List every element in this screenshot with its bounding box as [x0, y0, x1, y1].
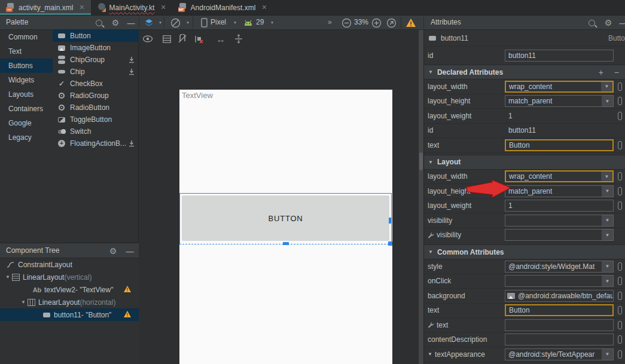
resource-picker-icon[interactable] [618, 172, 622, 181]
tree-node-linearlayout-vertical[interactable]: ▼ LinearLayout(vertical) [0, 271, 139, 283]
palette-item-imagebutton[interactable]: ImageButton [53, 42, 139, 54]
palette-item-chip[interactable]: Chip [53, 66, 139, 78]
tab-activity-main-xml[interactable]: <> activity_main.xml ✕ [0, 0, 91, 15]
attributes-gear-icon[interactable]: ⚙ [603, 17, 614, 28]
autoconnect-off-magnet-icon[interactable] [176, 33, 188, 45]
palette-minimize-icon[interactable]: — [126, 17, 136, 28]
palette-item-radiobutton[interactable]: RadioButton [53, 102, 139, 114]
tree-node-linearlayout-horizontal[interactable]: ▼ LinearLayout(horizontal) [0, 296, 139, 308]
toolbar-overflow-chevrons[interactable]: » [328, 18, 332, 26]
tree-node-textview2[interactable]: Ab textView2- "TextView" [0, 283, 139, 296]
palette-category-common[interactable]: Common [0, 30, 53, 44]
api-level-selector[interactable]: 29 [256, 18, 264, 26]
palette-item-chipgroup[interactable]: ChipGroup [53, 54, 139, 66]
palette-category-containers[interactable]: Containers [0, 102, 53, 116]
view-options-eye-icon[interactable] [142, 33, 154, 45]
warnings-icon[interactable] [406, 17, 416, 28]
palette-category-text[interactable]: Text [0, 44, 53, 59]
resource-picker-icon[interactable] [618, 187, 622, 195]
section-layout[interactable]: ▼ Layout [424, 155, 625, 170]
resource-picker-icon[interactable] [618, 262, 622, 271]
resize-handle-bottom[interactable] [283, 242, 289, 245]
zoom-to-fit-icon[interactable] [386, 17, 397, 28]
palette-category-buttons[interactable]: Buttons [0, 59, 53, 73]
id-input[interactable]: button11 [505, 50, 614, 62]
section-declared-attributes[interactable]: ▼ Declared Attributes + − [424, 65, 625, 79]
expander-icon[interactable]: ▼ [20, 299, 26, 305]
remove-attribute-icon[interactable]: − [614, 68, 619, 77]
visibility-combo[interactable]: ▼ [505, 215, 614, 227]
layout-width-combo[interactable]: wrap_content▼ [505, 170, 614, 182]
palette-category-google[interactable]: Google [0, 116, 53, 130]
chevron-down-icon[interactable]: ▼ [602, 261, 613, 272]
id-value[interactable]: button11 [505, 126, 614, 134]
background-input[interactable]: @android:drawable/btn_defau [505, 290, 614, 302]
device-selector[interactable]: Pixel [211, 18, 226, 26]
chevron-down-icon[interactable]: ▼ [602, 96, 613, 106]
expander-icon[interactable]: ▼ [428, 351, 432, 357]
layout-height-combo[interactable]: match_parent▼ [505, 185, 614, 197]
tab-androidmanifest-xml[interactable]: MF AndroidManifest.xml ✕ [172, 0, 273, 15]
close-tab-icon[interactable]: ✕ [261, 4, 267, 11]
canvas-textview[interactable]: TextView [182, 91, 213, 100]
pack-expand-icon[interactable] [233, 33, 245, 45]
layout-height-combo[interactable]: match_parent▼ [505, 95, 614, 107]
resize-handle-corner[interactable] [388, 241, 392, 246]
canvas-button[interactable]: BUTTON [182, 195, 389, 241]
style-combo[interactable]: @android:style/Widget.Mat▼ [505, 261, 614, 273]
show-constraints-icon[interactable] [161, 33, 173, 45]
layout-weight-input[interactable]: 1 [505, 200, 614, 212]
palette-item-radiogroup[interactable]: RadioGroup [53, 90, 139, 102]
textappearance-combo[interactable]: @android:style/TextAppear▼ [505, 348, 614, 360]
component-tree-minimize-icon[interactable]: — [124, 246, 135, 256]
expander-icon[interactable]: ▼ [5, 274, 11, 280]
palette-item-checkbox[interactable]: ✓ CheckBox [53, 78, 139, 90]
onclick-combo[interactable]: ▼ [505, 275, 614, 287]
download-icon[interactable] [128, 56, 135, 65]
add-attribute-icon[interactable]: + [599, 68, 603, 77]
scrollbar-thumb[interactable] [419, 152, 423, 170]
resource-picker-icon[interactable] [618, 201, 622, 210]
tab-mainactivity-kt[interactable]: MainActivity.kt ✕ [91, 0, 172, 15]
resource-picker-icon[interactable] [618, 112, 622, 120]
palette-item-button[interactable]: Button [53, 30, 139, 42]
resource-picker-icon[interactable] [618, 97, 622, 105]
text-input[interactable]: Button [505, 139, 614, 151]
device-canvas[interactable]: TextView BUTTON [179, 90, 392, 364]
download-icon[interactable] [128, 68, 135, 77]
palette-category-widgets[interactable]: Widgets [0, 73, 53, 87]
chevron-down-icon[interactable]: ▼ [602, 186, 613, 197]
download-icon[interactable] [128, 140, 135, 149]
tools-text-input[interactable] [505, 319, 614, 331]
resize-handle-right[interactable] [389, 218, 392, 224]
palette-item-switch[interactable]: Switch [53, 126, 139, 137]
zoom-in-icon[interactable] [371, 17, 382, 28]
tree-node-button11[interactable]: button11- "Button" [0, 308, 139, 321]
design-blueprint-layers-icon[interactable] [144, 17, 154, 28]
text-input[interactable]: Button [505, 304, 614, 316]
layout-weight-value[interactable]: 1 [505, 112, 614, 120]
chevron-down-icon[interactable]: ▼ [601, 82, 612, 91]
chevron-down-icon[interactable]: ▼ [602, 215, 613, 226]
attributes-search-icon[interactable] [586, 17, 597, 28]
resource-picker-icon[interactable] [618, 306, 622, 314]
resource-picker-icon[interactable] [618, 82, 622, 91]
palette-item-togglebutton[interactable]: ToggleButton [53, 114, 139, 126]
zoom-out-icon[interactable] [341, 17, 352, 28]
palette-category-legacy[interactable]: Legacy [0, 130, 53, 145]
palette-search-icon[interactable] [93, 17, 104, 28]
chevron-down-icon[interactable]: ▼ [601, 172, 612, 181]
component-tree-gear-icon[interactable]: ⚙ [108, 246, 118, 256]
close-tab-icon[interactable]: ✕ [160, 4, 166, 11]
chevron-down-icon[interactable]: ▼ [602, 276, 613, 286]
content-description-input[interactable] [505, 334, 614, 345]
chevron-down-icon[interactable]: ▼ [602, 349, 613, 360]
palette-item-floatingactionbutton[interactable]: + FloatingActionB... [53, 137, 139, 149]
chevron-down-icon[interactable]: ▼ [602, 230, 613, 240]
resource-picker-icon[interactable] [618, 292, 622, 300]
resource-picker-icon[interactable] [618, 141, 622, 149]
palette-category-layouts[interactable]: Layouts [0, 87, 53, 102]
layout-width-combo[interactable]: wrap_content▼ [505, 81, 614, 93]
tools-visibility-combo[interactable]: ▼ [505, 229, 614, 241]
resource-picker-icon[interactable] [618, 277, 622, 285]
